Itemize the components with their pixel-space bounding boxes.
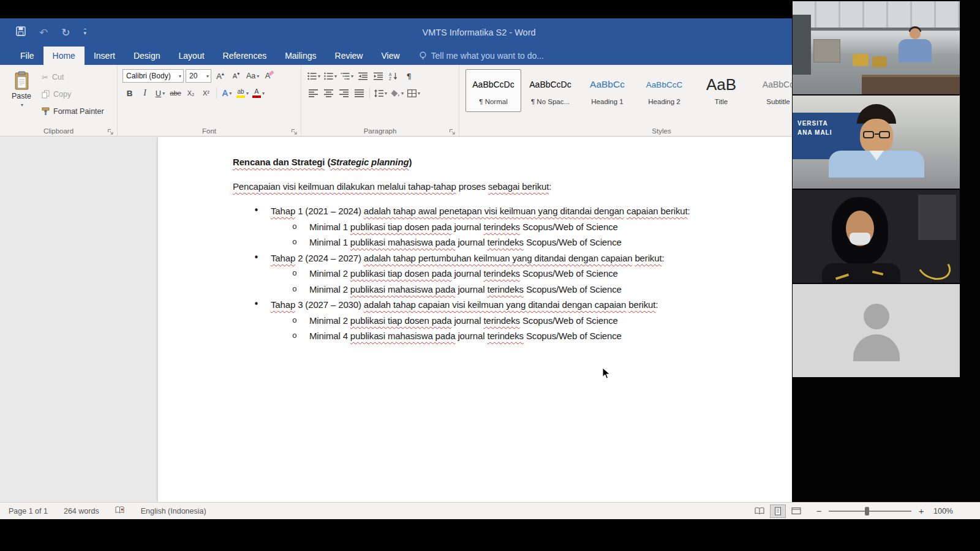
tab-file[interactable]: File (11, 47, 43, 65)
decrease-indent-icon (358, 72, 368, 80)
doc-text-segment: Tahap (271, 299, 295, 310)
svg-text:Z: Z (389, 77, 391, 80)
video-tile-office[interactable] (793, 1, 960, 94)
doc-text-segment: Scopus/Web of Science (524, 284, 622, 294)
align-left-button[interactable] (306, 86, 320, 100)
strikethrough-button[interactable]: abe (168, 86, 183, 100)
chevron-down-icon: ▾ (206, 73, 209, 79)
justify-button[interactable] (352, 86, 366, 100)
chevron-down-icon: ▾ (179, 73, 181, 79)
doc-paragraph: oMinimal 2 publikasi tiap dosen pada jou… (233, 313, 707, 329)
tab-review[interactable]: Review (326, 47, 372, 65)
zoom-out-button[interactable]: − (815, 506, 823, 516)
print-layout-button[interactable] (770, 504, 786, 518)
document-page[interactable]: Rencana dan Strategi (Strategic planning… (158, 137, 792, 502)
subscript-icon: X₂ (187, 89, 195, 97)
style-normal[interactable]: AaBbCcDc¶ Normal (466, 69, 521, 112)
web-layout-button[interactable] (788, 504, 804, 518)
align-center-button[interactable] (322, 86, 336, 100)
font-size-combobox[interactable]: 20 ▾ (186, 69, 211, 83)
zoom-slider[interactable] (829, 511, 911, 512)
save-button[interactable] (16, 26, 26, 39)
grow-font-button[interactable]: A▴ (213, 69, 227, 83)
language-status[interactable]: English (Indonesia) (141, 507, 206, 515)
copy-button[interactable]: Copy (39, 87, 107, 102)
text-effects-button[interactable]: A▾ (220, 86, 234, 100)
video-tile-man-glasses[interactable]: VERSITAANA MALI (793, 96, 960, 189)
bullet-marker: • (254, 297, 259, 313)
redo-button[interactable]: ↻ (61, 26, 70, 39)
tab-layout[interactable]: Layout (170, 47, 214, 65)
clear-formatting-button[interactable]: A (262, 69, 276, 83)
bullets-button[interactable]: ▾ (306, 69, 322, 83)
doc-text-segment: Scopus/Web of Science (520, 268, 618, 279)
highlight-icon: ab (236, 89, 245, 98)
video-tile-woman-hijab[interactable] (793, 190, 960, 283)
clipboard-dialog-launcher[interactable] (107, 127, 115, 134)
subscript-button[interactable]: X₂ (184, 86, 198, 100)
tab-insert[interactable]: Insert (85, 47, 124, 65)
shading-button[interactable]: ▾ (390, 86, 405, 100)
paragraph-dialog-launcher[interactable] (449, 127, 456, 134)
customize-qat-button[interactable]: ▾ (84, 29, 87, 36)
change-case-button[interactable]: Aa▾ (245, 69, 260, 83)
superscript-button[interactable]: X² (199, 86, 213, 100)
style-sample: AaBbCcDc (466, 72, 521, 97)
cut-button[interactable]: ✂ Cut (39, 70, 107, 84)
style-h2[interactable]: AaBbCcCHeading 2 (636, 69, 692, 112)
underline-button[interactable]: U▾ (153, 86, 167, 100)
tab-view[interactable]: View (372, 47, 409, 65)
shrink-font-button[interactable]: A▾ (229, 69, 243, 83)
decrease-indent-button[interactable] (356, 69, 370, 83)
dialog-launcher-icon (449, 129, 456, 135)
word-count[interactable]: 264 words (64, 507, 99, 515)
page-count[interactable]: Page 1 of 1 (9, 507, 48, 515)
doc-text-segment: journal (451, 315, 483, 326)
zoom-percentage[interactable]: 100% (933, 507, 953, 515)
style-title[interactable]: AaBTitle (693, 69, 749, 112)
zoom-in-button[interactable]: + (918, 506, 925, 516)
multilevel-list-button[interactable]: ▾ (339, 69, 355, 83)
sort-button[interactable]: AZ (386, 69, 401, 83)
bullet-marker: • (254, 203, 259, 219)
numbering-button[interactable]: ▾ (323, 69, 338, 83)
tab-mailings[interactable]: Mailings (276, 47, 325, 65)
chevron-down-icon: ▾ (84, 30, 87, 36)
style-h1[interactable]: AaBbCcHeading 1 (579, 69, 635, 112)
doc-text-segment: publikasi mahasiswa pada (350, 284, 456, 294)
highlight-button[interactable]: ab▾ (235, 86, 250, 100)
glasses-icon (863, 131, 874, 138)
tab-references[interactable]: References (214, 47, 276, 65)
show-marks-button[interactable]: ¶ (402, 69, 416, 83)
doc-text-segment: Minimal 1 (309, 237, 350, 247)
bullets-icon (307, 72, 317, 80)
tab-home[interactable]: Home (43, 47, 85, 65)
line-spacing-icon (374, 89, 383, 97)
align-right-button[interactable] (337, 86, 351, 100)
paste-icon (14, 71, 29, 90)
borders-button[interactable]: ▾ (406, 86, 421, 100)
doc-paragraph: oMinimal 1 publikasi tiap dosen pada jou… (233, 219, 707, 235)
zoom-slider-handle[interactable] (865, 507, 869, 515)
web-layout-icon (791, 507, 801, 515)
font-dialog-launcher[interactable] (291, 127, 298, 134)
paste-button[interactable]: Paste ▾ (4, 67, 39, 124)
read-mode-button[interactable] (752, 504, 767, 518)
tell-me-label: Tell me what you want to do... (431, 51, 544, 61)
bold-button[interactable]: B (123, 86, 137, 100)
style-nospace[interactable]: AaBbCcDc¶ No Spac... (522, 69, 578, 112)
bullet-marker-level2: o (292, 282, 297, 298)
italic-button[interactable]: I (138, 86, 152, 100)
format-painter-button[interactable]: Format Painter (39, 104, 107, 119)
font-color-button[interactable]: A▾ (251, 86, 266, 100)
proofing-status[interactable] (115, 506, 125, 516)
doc-text-segment: proses (456, 181, 488, 192)
tab-design[interactable]: Design (124, 47, 170, 65)
font-name-combobox[interactable]: Calibri (Body) ▾ (123, 69, 184, 83)
increase-indent-button[interactable] (371, 69, 385, 83)
tell-me-box[interactable]: Tell me what you want to do... (419, 47, 544, 65)
style-sample: AaBbCcC (637, 72, 692, 97)
line-spacing-button[interactable]: ▾ (373, 86, 388, 100)
video-tile-no-camera[interactable] (793, 284, 960, 377)
undo-button[interactable]: ↶ (39, 26, 48, 39)
